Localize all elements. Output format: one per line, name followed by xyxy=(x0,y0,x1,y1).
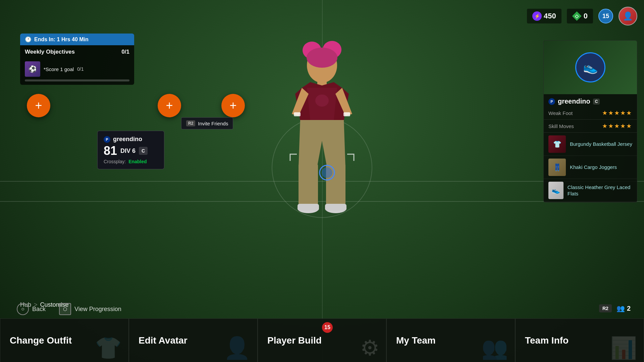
r2-button-label: R2 xyxy=(186,120,195,126)
profile-name-row: P greendino C xyxy=(544,94,637,107)
bottom-navigation: Change Outfit 👕 Edit Avatar 👤 15 Player … xyxy=(0,318,644,362)
objective-item: ⚽ *Score 1 goal 0/1 xyxy=(20,59,134,78)
avatar-thumbnail[interactable]: 👤 xyxy=(619,7,637,25)
svg-rect-13 xyxy=(325,204,346,210)
shoes-thumbnail: 👟 xyxy=(548,182,564,199)
svg-point-3 xyxy=(307,48,337,68)
crossplay-badge: C xyxy=(139,147,148,155)
back-label: Back xyxy=(32,306,46,313)
weak-foot-stars: ★★★★★ xyxy=(602,109,632,117)
player-popup-name: greendino xyxy=(113,136,142,143)
nav-player-build-label: Player Build xyxy=(267,335,377,346)
profile-preview: 👟 xyxy=(544,41,637,94)
player-name-row: P greendino xyxy=(104,136,158,143)
svg-point-15 xyxy=(322,167,332,178)
invite-friends-tooltip: R2 Invite Friends xyxy=(181,117,233,129)
svg-rect-7 xyxy=(343,112,350,116)
players-count: 👥 2 xyxy=(616,304,631,312)
player-popup-stats: 81 DIV 6 C xyxy=(104,145,158,157)
objective-icon: ⚽ xyxy=(25,61,40,77)
shoes-name: Classic Heather Grey Laced Flats xyxy=(568,184,632,197)
currency-2: ◇ 0 xyxy=(567,9,593,23)
pants-name: Khaki Cargo Joggers xyxy=(570,164,617,171)
nav-my-team[interactable]: My Team 👥 xyxy=(386,318,515,362)
currency-2-value: 0 xyxy=(584,12,588,20)
currency-1-value: 450 xyxy=(544,12,556,20)
profile-ps-icon: P xyxy=(548,98,555,105)
nav-change-outfit[interactable]: Change Outfit 👕 xyxy=(0,318,129,362)
crossplay-row: Crossplay: Enabled xyxy=(104,159,158,164)
currency-1: ⚡ 450 xyxy=(527,9,561,23)
outfit-item-jersey: 👕 Burgundy Basketball Jersey xyxy=(544,133,637,156)
nav-change-outfit-label: Change Outfit xyxy=(10,335,119,346)
players-icon: 👥 xyxy=(616,304,625,312)
objective-progress-bar xyxy=(25,79,129,81)
weak-foot-row: Weak Foot ★★★★★ xyxy=(544,107,637,120)
bottom-actions: ○ Back ⬡ View Progression xyxy=(0,303,644,315)
svg-rect-8 xyxy=(299,164,318,204)
level-badge: 15 xyxy=(598,9,613,23)
objectives-count: 0/1 xyxy=(121,49,129,55)
objective-text: *Score 1 goal xyxy=(44,66,74,72)
weak-foot-label: Weak Foot xyxy=(548,110,573,116)
add-button-left[interactable]: + xyxy=(27,94,50,117)
back-action[interactable]: ○ Back xyxy=(17,303,46,315)
invite-friends-label: Invite Friends xyxy=(198,121,228,126)
currency-2-icon: ◇ xyxy=(572,11,582,21)
jersey-name: Burgundy Basketball Jersey xyxy=(570,141,632,147)
svg-rect-12 xyxy=(298,204,319,210)
top-hud: ⚡ 450 ◇ 0 15 👤 xyxy=(527,7,637,25)
currency-1-icon: ⚡ xyxy=(532,11,542,21)
nav-team-info[interactable]: Team Info 📊 xyxy=(515,318,644,362)
player-character xyxy=(275,34,369,228)
notification-badge: 15 xyxy=(322,322,333,333)
progression-label: View Progression xyxy=(74,306,121,313)
outfit-item-pants: 👖 Khaki Cargo Joggers xyxy=(544,156,637,179)
profile-username: greendino xyxy=(558,98,590,105)
r2-indicator: R2 xyxy=(599,304,612,312)
pants-thumbnail: 👖 xyxy=(548,159,566,176)
svg-point-5 xyxy=(315,95,329,107)
skill-moves-stars: ★★★★★ xyxy=(602,122,632,130)
player-info-popup: P greendino 81 DIV 6 C Crossplay: Enable… xyxy=(97,131,164,169)
objectives-timer: 🕐 Ends In: 1 Hrs 40 Min xyxy=(20,34,134,45)
objectives-panel: 🕐 Ends In: 1 Hrs 40 Min Weekly Objective… xyxy=(20,34,134,85)
profile-panel: 👟 P greendino C Weak Foot ★★★★★ Skill Mo… xyxy=(543,40,637,202)
jersey-thumbnail: 👕 xyxy=(548,135,566,153)
profile-avatar-circle: 👟 xyxy=(575,52,605,82)
crossplay-label: Crossplay: xyxy=(104,159,126,164)
players-number: 2 xyxy=(627,305,631,312)
back-button-icon[interactable]: ○ xyxy=(17,303,29,315)
skill-moves-row: Skill Moves ★★★★★ xyxy=(544,120,637,133)
svg-rect-6 xyxy=(294,112,301,116)
add-button-center[interactable]: + xyxy=(158,94,181,117)
view-progression-action[interactable]: ⬡ View Progression xyxy=(59,303,121,315)
player-division: DIV 6 xyxy=(120,147,136,155)
nav-team-info-label: Team Info xyxy=(525,335,634,346)
objectives-header: Weekly Objectives 0/1 xyxy=(20,45,134,59)
player-area xyxy=(238,27,406,235)
skill-moves-label: Skill Moves xyxy=(548,123,574,129)
nav-player-build[interactable]: 15 Player Build ⚙ xyxy=(258,318,386,362)
bottom-right-hud: R2 👥 2 xyxy=(599,304,631,312)
player-rating: 81 xyxy=(104,145,117,157)
playstation-icon: P xyxy=(104,136,110,143)
outfit-item-shoes: 👟 Classic Heather Grey Laced Flats xyxy=(544,179,637,202)
progression-button-icon[interactable]: ⬡ xyxy=(59,303,71,315)
timer-label: Ends In: 1 Hrs 40 Min xyxy=(34,37,89,43)
profile-c-badge: C xyxy=(593,99,600,105)
objective-item-count: 0/1 xyxy=(77,66,84,72)
crossplay-value: Enabled xyxy=(128,159,147,164)
timer-icon: 🕐 xyxy=(25,36,32,43)
nav-edit-avatar[interactable]: Edit Avatar 👤 xyxy=(129,318,258,362)
objectives-title: Weekly Objectives xyxy=(25,49,75,55)
nav-my-team-label: My Team xyxy=(396,335,505,346)
nav-edit-avatar-label: Edit Avatar xyxy=(139,335,248,346)
